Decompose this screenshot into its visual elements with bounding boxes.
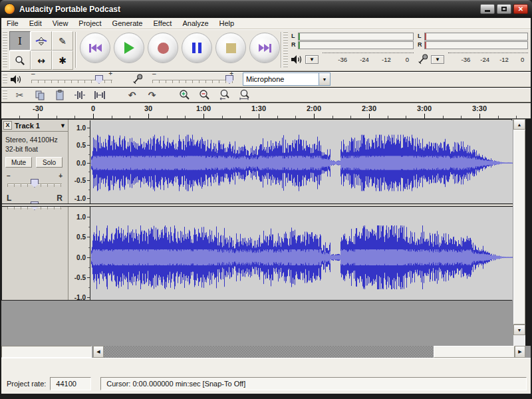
ruler-tick	[259, 114, 259, 118]
vertical-scroll-thumb[interactable]	[513, 130, 525, 325]
edit-toolbar: ✂	[1, 88, 531, 102]
minimize-button[interactable]	[480, 4, 495, 14]
menu-project[interactable]: Project	[73, 19, 106, 28]
edit-gripper[interactable]	[3, 90, 7, 100]
cut-button[interactable]: ✂	[11, 88, 29, 101]
stop-icon	[226, 43, 236, 53]
menu-edit[interactable]: Edit	[24, 19, 47, 28]
window-title: Audacity Portable Podcast	[19, 5, 478, 14]
fit-project-button[interactable]	[235, 88, 253, 101]
waveform-canvas-left[interactable]	[90, 120, 513, 203]
amp-tick	[87, 237, 90, 237]
track-menu-arrow[interactable]: ▼	[60, 122, 68, 129]
ruler-tick	[19, 116, 20, 118]
trim-outside-selection-button[interactable]	[70, 88, 88, 101]
play-button[interactable]	[114, 33, 144, 63]
ruler-label: 2:30	[362, 104, 376, 112]
microphone-icon	[132, 74, 143, 84]
skip-end-icon	[259, 44, 271, 53]
recording-meter[interactable]: L R ▼ -36-24-120	[418, 32, 528, 69]
db-scale-label: 0	[521, 56, 524, 63]
title-bar[interactable]: Audacity Portable Podcast ✕	[0, 0, 532, 18]
waveform-canvas-right[interactable]	[90, 207, 513, 300]
transport-toolbar	[80, 33, 280, 63]
record-button[interactable]	[148, 33, 178, 63]
app-icon	[4, 3, 15, 15]
menu-help[interactable]: Help	[214, 19, 240, 28]
ruler-tick	[350, 116, 351, 118]
zoom-tool-button[interactable]	[9, 51, 31, 70]
scroll-right-button[interactable]: ▶	[515, 346, 525, 358]
menu-view[interactable]: View	[47, 19, 74, 28]
fit-selection-icon	[219, 89, 231, 100]
scroll-down-button[interactable]: ▼	[513, 325, 525, 335]
scroll-up-button[interactable]: ▲	[513, 119, 525, 130]
playback-meter[interactable]: L R ▼ -36-24-120	[291, 32, 414, 69]
silence-selection-button[interactable]	[90, 88, 108, 101]
draw-tool-button[interactable]: ✎	[52, 31, 73, 51]
amp-tick	[87, 257, 90, 258]
waveform-channel-left[interactable]	[90, 120, 513, 206]
project-rate-value[interactable]: 44100	[50, 377, 91, 390]
menu-generate[interactable]: Generate	[107, 19, 148, 28]
scrollbar-left-spacer	[1, 346, 92, 358]
output-volume-slider[interactable]: – +	[31, 74, 112, 84]
fit-selection-button[interactable]	[215, 88, 233, 101]
input-source-combo[interactable]: Microphone ▼	[243, 72, 331, 86]
amp-tick	[88, 247, 90, 248]
ruler-tick	[498, 116, 499, 118]
arrow-left-icon: ◀	[96, 349, 100, 354]
vertical-scrollbar[interactable]: ▲ ▼	[513, 119, 525, 346]
recording-meter-right-bar	[424, 41, 528, 49]
undo-button[interactable]: ↶	[123, 88, 141, 101]
menu-analyze[interactable]: Analyze	[177, 19, 213, 28]
envelope-tool-button[interactable]	[31, 31, 52, 51]
db-scale-label: 0	[406, 56, 409, 63]
recording-meter-dropdown[interactable]: ▼	[431, 55, 444, 64]
zoom-out-button[interactable]	[196, 88, 213, 101]
gain-slider[interactable]: – +	[7, 178, 62, 188]
arrow-right-icon: ▶	[518, 349, 521, 354]
redo-button[interactable]: ↷	[143, 88, 161, 101]
playback-meter-scale: -36-24-120	[323, 53, 414, 66]
ruler-tick	[516, 116, 517, 118]
input-volume-slider[interactable]: – +	[152, 74, 233, 84]
amplitude-ruler-2[interactable]: 1.00.50.0-0.5-1.0	[68, 207, 90, 300]
toolbar-gripper[interactable]	[3, 31, 7, 68]
timeshift-tool-button[interactable]: ↔	[31, 51, 52, 70]
track-close-button[interactable]: X	[3, 121, 12, 130]
skip-to-end-button[interactable]	[249, 33, 280, 63]
waveform-channel-right[interactable]	[90, 207, 513, 303]
horizontal-scroll-thumb[interactable]	[434, 346, 515, 358]
menu-effect[interactable]: Effect	[148, 19, 177, 28]
play-icon	[124, 42, 134, 54]
timeline-ruler[interactable]: -300301:001:302:002:303:003:30	[1, 103, 531, 119]
playback-meter-dropdown[interactable]: ▼	[305, 55, 319, 64]
selection-tool-button[interactable]: I	[9, 31, 31, 51]
maximize-button[interactable]	[497, 4, 511, 14]
audacity-window: Audacity Portable Podcast ✕ FileEditView…	[0, 0, 532, 399]
track-header[interactable]: X Track 1 ▼	[2, 120, 68, 132]
amp-label: -0.5	[74, 177, 86, 184]
scroll-left-button[interactable]: ◀	[93, 346, 104, 358]
amp-label: -1.0	[74, 294, 86, 301]
menu-file[interactable]: File	[1, 19, 24, 28]
pause-button[interactable]	[182, 33, 212, 63]
amp-label: 0.5	[76, 233, 86, 241]
solo-button[interactable]: Solo	[36, 157, 63, 168]
mute-button[interactable]: Mute	[5, 157, 32, 168]
copy-button[interactable]	[31, 88, 49, 101]
close-button[interactable]: ✕	[513, 4, 528, 14]
skip-to-start-button[interactable]	[80, 33, 110, 63]
zoom-in-button[interactable]	[176, 88, 194, 101]
mixer-gripper[interactable]	[3, 74, 7, 84]
paste-button[interactable]	[51, 88, 68, 101]
multi-tool-button[interactable]: ✱	[52, 51, 73, 70]
horizontal-scrollbar[interactable]: ◀ ▶	[93, 346, 525, 358]
stop-button[interactable]	[215, 33, 246, 63]
combo-arrow-button[interactable]: ▼	[319, 73, 330, 85]
window-filler-strip	[1, 358, 531, 374]
input-source-value: Microphone	[243, 75, 319, 83]
amplitude-ruler-1[interactable]: 1.00.50.0-0.5-1.0	[68, 120, 90, 203]
meter-gripper[interactable]	[283, 31, 288, 68]
